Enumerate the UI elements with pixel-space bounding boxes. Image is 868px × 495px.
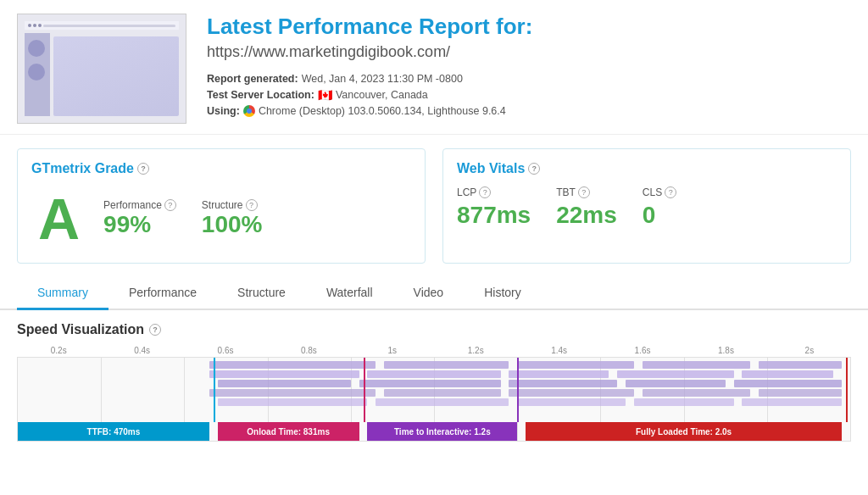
- flag-icon: 🇨🇦: [318, 88, 332, 102]
- structure-value: 100%: [202, 211, 263, 238]
- res-bar-9: [617, 370, 733, 378]
- speed-title: Speed Visualization ?: [17, 322, 851, 337]
- res-bar-19: [643, 389, 751, 397]
- res-bar-2: [384, 361, 509, 369]
- res-bar-7: [367, 370, 500, 378]
- res-bar-13: [509, 380, 617, 387]
- web-vitals-title: Web Vitals ?: [457, 161, 837, 176]
- gtmetrix-grade-title: GTmetrix Grade ?: [31, 161, 411, 176]
- web-vitals-help-icon[interactable]: ?: [528, 163, 540, 175]
- tbt-help-icon[interactable]: ?: [578, 186, 590, 198]
- tab-performance[interactable]: Performance: [108, 277, 217, 310]
- grade-letter: A: [31, 186, 86, 251]
- performance-value: 99%: [103, 211, 176, 238]
- res-bar-5: [759, 361, 842, 369]
- tab-video[interactable]: Video: [393, 277, 465, 310]
- tti-marker-line: [517, 358, 519, 422]
- structure-label: Structure ?: [202, 199, 263, 211]
- viz-container: TTFB: 470ms Onload Time: 831ms Time to I…: [17, 357, 851, 442]
- ruler-label-3: 0.8s: [267, 346, 350, 355]
- cls-value: 0: [643, 202, 676, 229]
- tti-annotation: Time to Interactive: 1.2s: [367, 422, 517, 441]
- site-thumbnail: [17, 14, 186, 124]
- ruler-label-8: 1.8s: [684, 346, 767, 355]
- res-bar-23: [517, 398, 626, 406]
- meta-test-server: Test Server Location: 🇨🇦 Vancouver, Cana…: [207, 88, 851, 102]
- lcp-value: 877ms: [457, 202, 531, 229]
- performance-help-icon[interactable]: ?: [164, 199, 176, 211]
- web-vitals-box: Web Vitals ? LCP ? 877ms TBT ? 22ms CL: [442, 148, 851, 264]
- res-bar-11: [218, 380, 351, 387]
- res-bar-15: [734, 380, 843, 387]
- structure-metric: Structure ? 100%: [202, 199, 263, 238]
- meta-using: Using: Chrome (Desktop) 103.0.5060.134, …: [207, 105, 851, 117]
- ruler-label-4: 1s: [351, 346, 434, 355]
- speed-help-icon[interactable]: ?: [149, 324, 161, 336]
- ruler-label-2: 0.6s: [184, 346, 267, 355]
- speed-visualization-section: Speed Visualization ? 0.2s 0.4s 0.6s 0.8…: [0, 310, 868, 442]
- tbt-label: TBT ?: [556, 186, 617, 198]
- report-url: https://www.marketingdigibook.com/: [207, 43, 851, 61]
- ruler-label-9: 2s: [768, 346, 851, 355]
- chrome-icon: [243, 105, 255, 117]
- res-bar-14: [626, 380, 726, 387]
- report-title: Latest Performance Report for:: [207, 14, 851, 40]
- test-server-label: Test Server Location:: [207, 89, 314, 101]
- lcp-vital: LCP ? 877ms: [457, 186, 531, 229]
- gtmetrix-grade-inner: A Performance ? 99% Structure ? 100%: [31, 186, 411, 251]
- res-bar-18: [509, 389, 633, 397]
- gtmetrix-grade-help-icon[interactable]: ?: [137, 163, 149, 175]
- res-bar-25: [742, 398, 842, 406]
- gtmetrix-grade-box: GTmetrix Grade ? A Performance ? 99% Str…: [17, 148, 426, 264]
- lcp-label: LCP ?: [457, 186, 531, 198]
- res-bar-10: [742, 370, 833, 378]
- meta-report-generated: Report generated: Wed, Jan 4, 2023 11:30…: [207, 73, 851, 85]
- ruler-label-6: 1.4s: [517, 346, 600, 355]
- using-value: Chrome (Desktop) 103.0.5060.134, Lightho…: [259, 105, 506, 117]
- tab-summary[interactable]: Summary: [17, 277, 108, 310]
- onload-marker-line: [364, 358, 365, 422]
- test-server-value: Vancouver, Canada: [336, 89, 428, 101]
- structure-help-icon[interactable]: ?: [246, 199, 258, 211]
- onload-annotation: Onload Time: 831ms: [218, 422, 359, 441]
- res-bar-4: [643, 361, 751, 369]
- web-vitals-inner: LCP ? 877ms TBT ? 22ms CLS ? 0: [457, 186, 837, 229]
- res-bar-6: [209, 370, 359, 378]
- performance-metric: Performance ? 99%: [103, 199, 176, 238]
- tbt-vital: TBT ? 22ms: [556, 186, 617, 229]
- res-bar-22: [376, 398, 509, 406]
- cls-label: CLS ?: [643, 186, 676, 198]
- report-generated-label: Report generated:: [207, 73, 298, 85]
- res-bar-3: [517, 361, 633, 369]
- res-bar-24: [634, 398, 734, 406]
- grade-metrics: Performance ? 99% Structure ? 100%: [103, 199, 262, 238]
- ttfb-marker-line: [214, 358, 215, 422]
- ttfb-annotation: TTFB: 470ms: [18, 422, 209, 441]
- report-info: Latest Performance Report for: https://w…: [207, 14, 851, 120]
- cls-vital: CLS ? 0: [643, 186, 676, 229]
- tab-waterfall[interactable]: Waterfall: [306, 277, 393, 310]
- ruler-label-5: 1.2s: [434, 346, 517, 355]
- ruler-label-7: 1.6s: [601, 346, 684, 355]
- ruler-label-0: 0.2s: [17, 346, 100, 355]
- report-generated-value: Wed, Jan 4, 2023 11:30 PM -0800: [302, 73, 463, 85]
- performance-label: Performance ?: [103, 199, 176, 211]
- res-bar-21: [218, 398, 368, 406]
- timeline-ruler: 0.2s 0.4s 0.6s 0.8s 1s 1.2s 1.4s 1.6s 1.…: [17, 346, 851, 355]
- grades-section: GTmetrix Grade ? A Performance ? 99% Str…: [0, 135, 868, 277]
- res-bar-12: [359, 380, 501, 387]
- tab-history[interactable]: History: [464, 277, 542, 310]
- ruler-label-1: 0.4s: [100, 346, 183, 355]
- res-bar-8: [509, 370, 609, 378]
- fully-loaded-annotation: Fully Loaded Time: 2.0s: [526, 422, 842, 441]
- using-label: Using:: [207, 105, 240, 117]
- fully-loaded-marker-line: [846, 358, 848, 422]
- cls-help-icon[interactable]: ?: [665, 186, 676, 198]
- tabs-section: Summary Performance Structure Waterfall …: [0, 277, 868, 310]
- res-bar-1: [209, 361, 376, 369]
- tab-structure[interactable]: Structure: [217, 277, 306, 310]
- res-bar-20: [759, 389, 842, 397]
- res-bar-17: [384, 389, 500, 397]
- header-section: Latest Performance Report for: https://w…: [0, 0, 868, 135]
- lcp-help-icon[interactable]: ?: [479, 186, 491, 198]
